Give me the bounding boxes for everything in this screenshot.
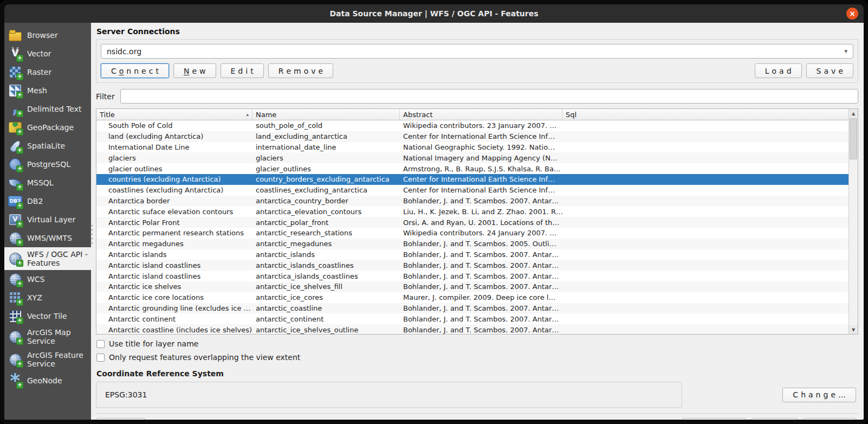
connect-button[interactable]: Connect	[101, 63, 169, 78]
crs-value-field: EPSG:3031	[96, 382, 682, 408]
table-row[interactable]: Antarctic islands antarctic_islands Bohl…	[96, 249, 848, 260]
remove-button[interactable]: Remove	[268, 63, 334, 78]
add-button[interactable]: ✓ Add	[752, 418, 798, 420]
titlebar[interactable]: Data Source Manager | WFS / OGC API - Fe…	[4, 4, 864, 23]
column-header-sql[interactable]: Sql	[562, 109, 848, 120]
sidebar-item-postgresql[interactable]: PostgreSQL	[4, 155, 91, 174]
overlap-checkbox[interactable]	[96, 354, 105, 362]
table-row[interactable]: countries (excluding Antarctica) country…	[96, 174, 848, 185]
cell-title: glaciers	[96, 154, 252, 162]
sidebar-item-wcs[interactable]: WCS	[4, 270, 91, 288]
sidebar-item-virtual-layer[interactable]: Virtual Layer	[4, 210, 91, 229]
table-row[interactable]: Antarctic suface elevation contours anta…	[96, 206, 848, 217]
table-row[interactable]: Antarctic megadunes antarctic_megadunes …	[96, 239, 848, 249]
cell-title: Antarctica border	[96, 197, 252, 205]
table-row[interactable]: glacier outlines glacier_outlines Armstr…	[96, 163, 848, 174]
sidebar-item-spatialite[interactable]: SpatiaLite	[4, 137, 91, 155]
sidebar-item-db2[interactable]: DB2	[4, 192, 91, 210]
sidebar-item-delimited-text[interactable]: Delimited Text	[4, 100, 91, 118]
table-row[interactable]: Antarctic permanent research stations an…	[96, 228, 848, 239]
build-query-button[interactable]: Build query	[682, 418, 746, 420]
sidebar-item-raster[interactable]: Raster	[4, 63, 91, 81]
cell-title: Antarctic Polar Front	[96, 219, 252, 227]
table-row[interactable]: South Pole of Cold south_pole_of_cold Wi…	[96, 120, 848, 131]
new-button[interactable]: New	[173, 63, 216, 78]
table-row[interactable]: Antarctic coastline (includes ice shelve…	[96, 324, 848, 334]
connection-select[interactable]: nsidc.org ▾	[101, 44, 853, 59]
close-button[interactable]: × Close	[804, 418, 856, 420]
cell-abstract: Orsi, A. and Ryan, U. 2001. Locations of…	[400, 219, 562, 227]
table-row[interactable]: Antarctic island coastlines antarctica_i…	[96, 271, 848, 281]
column-header-name[interactable]: Name	[252, 109, 400, 120]
sidebar-item-label: Vector	[27, 49, 51, 58]
cell-abstract: National Imagery and Mapping Agency (N…	[400, 154, 562, 162]
sidebar-item-wms[interactable]: WMS/WMTS	[4, 229, 91, 247]
data-source-manager-dialog: Data Source Manager | WFS / OGC API - Fe…	[4, 4, 864, 420]
table-row[interactable]: Antarctic continent antarctic_continent …	[96, 313, 848, 324]
crs-change-button[interactable]: Change…	[782, 388, 856, 402]
sidebar-item-label: GeoPackage	[27, 123, 74, 132]
sidebar-item-xyz[interactable]: XYZ	[4, 288, 91, 307]
window-close-button[interactable]: ×	[846, 8, 858, 20]
cell-name: glaciers	[252, 154, 400, 162]
table-row[interactable]: land (excluding Antarctica) land_excludi…	[96, 131, 848, 142]
cell-name: antarctic_polar_front	[252, 219, 400, 227]
splitter-handle[interactable]	[91, 223, 93, 245]
cell-title: Antarctic ice core locations	[96, 293, 252, 301]
sidebar-item-geonode[interactable]: GeoNode	[4, 371, 91, 390]
table-row[interactable]: Antarctica border antarctica_country_bor…	[96, 196, 848, 207]
layers-table-header: Title ▴ Name Abstract Sql	[96, 109, 848, 120]
window-title: Data Source Manager | WFS / OGC API - Fe…	[329, 9, 538, 18]
cell-abstract: Bohlander, J. and T. Scambos. 2007. Anta…	[400, 304, 562, 312]
sidebar: Browser Vector Raster Mesh	[4, 23, 91, 420]
mssql-icon	[9, 176, 22, 189]
cell-title: Antarctic coastline (includes ice shelve…	[96, 326, 252, 334]
sidebar-item-wfs[interactable]: WFS / OGC API - Features	[4, 247, 91, 270]
table-row[interactable]: International Date Line international_da…	[96, 142, 848, 153]
cell-name: antarctic_ice_cores	[252, 293, 400, 301]
cell-name: antarctica_country_border	[252, 197, 400, 205]
save-button[interactable]: Save	[806, 63, 853, 78]
overlap-checkbox-row[interactable]: Only request features overlapping the vi…	[96, 353, 858, 362]
sidebar-item-vector[interactable]: Vector	[4, 44, 91, 63]
geopackage-icon	[9, 121, 22, 134]
cell-name: antarctic_research_stations	[252, 229, 400, 237]
use-title-checkbox-row[interactable]: Use title for layer name	[96, 339, 858, 348]
sidebar-item-vector-tile[interactable]: Vector Tile	[4, 307, 91, 325]
layers-table-body: South Pole of Cold south_pole_of_cold Wi…	[96, 120, 848, 334]
table-row[interactable]: glaciers glaciers National Imagery and M…	[96, 152, 848, 163]
table-row[interactable]: Antarctic ice shelves antarctic_ice_shel…	[96, 281, 848, 292]
help-button[interactable]: ? Help	[96, 418, 145, 420]
table-row[interactable]: Antarctic island coastlines antarctic_is…	[96, 260, 848, 271]
table-scrollbar[interactable]: ▲ ▼	[848, 109, 858, 334]
cell-abstract: Liu, H., K. Jezek, B. Li, and Z. Zhao. 2…	[400, 208, 562, 216]
filter-input[interactable]	[120, 89, 858, 104]
sidebar-item-label: Mesh	[27, 86, 47, 95]
wcs-icon	[9, 273, 22, 286]
table-row[interactable]: Antarctic grounding line (excludes ice ……	[96, 303, 848, 314]
scrollbar-thumb[interactable]	[850, 118, 857, 159]
sidebar-item-geopackage[interactable]: GeoPackage	[4, 118, 91, 137]
column-header-title[interactable]: Title ▴	[96, 109, 252, 120]
sidebar-item-browser[interactable]: Browser	[4, 26, 91, 44]
cell-abstract: Wikipedia contributors. 24 January 2007.…	[400, 229, 562, 237]
scroll-up-icon[interactable]: ▲	[849, 109, 858, 118]
sidebar-item-arcgis-feature[interactable]: ArcGIS Feature Service	[4, 348, 91, 371]
sort-ascending-icon: ▴	[246, 112, 249, 117]
cell-name: glacier_outlines	[252, 165, 400, 173]
cell-name: country_borders_excluding_antarctica	[252, 175, 400, 183]
filter-row: Filter	[96, 89, 858, 104]
table-row[interactable]: Antarctic ice core locations antarctic_i…	[96, 292, 848, 303]
cell-name: antarctic_ice_shelves_outline	[252, 326, 400, 334]
sidebar-item-mssql[interactable]: MSSQL	[4, 174, 91, 192]
browser-icon	[9, 29, 22, 42]
scroll-down-icon[interactable]: ▼	[849, 325, 858, 334]
use-title-checkbox[interactable]	[96, 340, 105, 348]
sidebar-item-label: Vector Tile	[27, 312, 67, 320]
column-header-abstract[interactable]: Abstract	[400, 109, 562, 120]
table-row[interactable]: Antarctic Polar Front antarctic_polar_fr…	[96, 217, 848, 228]
load-button[interactable]: Load	[755, 63, 802, 78]
sidebar-item-arcgis-map[interactable]: ArcGIS Map Service	[4, 325, 91, 348]
table-row[interactable]: coastlines (excluding Antarctica) coastl…	[96, 185, 848, 196]
edit-button[interactable]: Edit	[221, 63, 264, 78]
